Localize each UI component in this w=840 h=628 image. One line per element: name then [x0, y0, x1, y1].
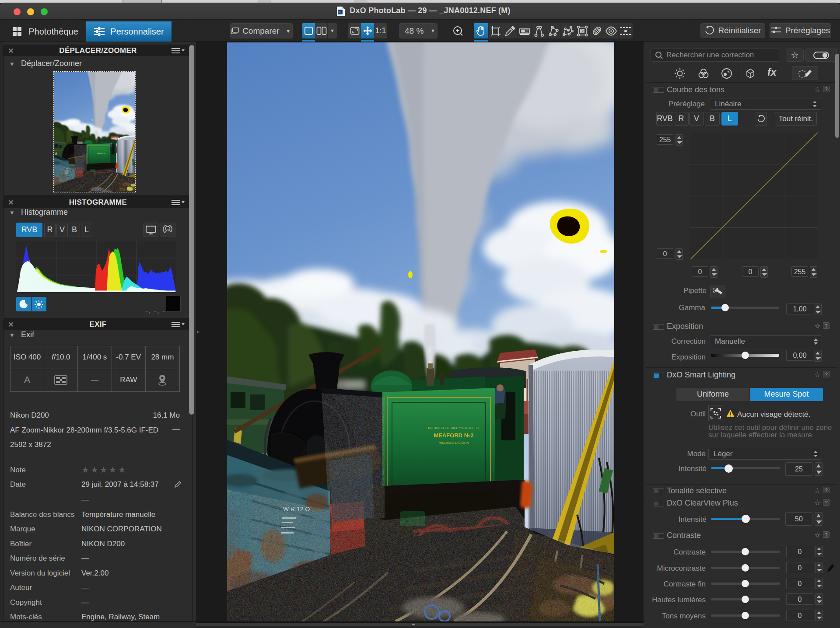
svg-text:PL: PL: [338, 11, 342, 14]
